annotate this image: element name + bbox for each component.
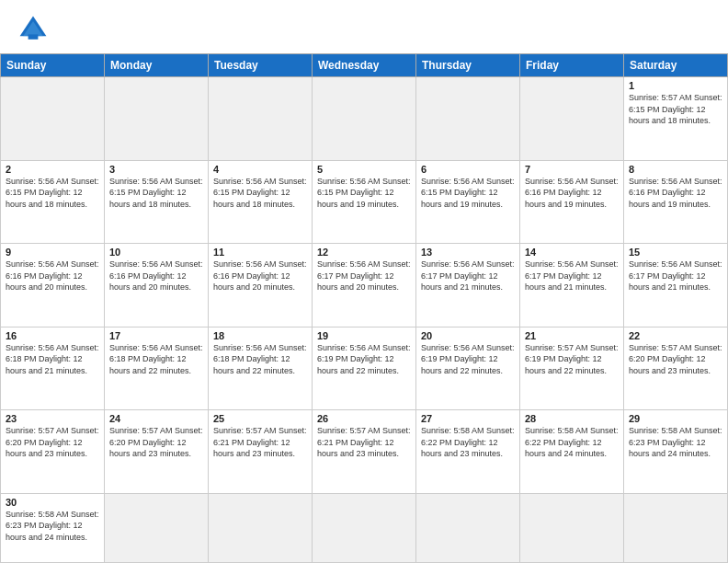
- day-info: Sunrise: 5:56 AM Sunset: 6:18 PM Dayligh…: [213, 342, 307, 377]
- day-cell: [105, 77, 209, 161]
- day-info: Sunrise: 5:57 AM Sunset: 6:15 PM Dayligh…: [629, 92, 722, 127]
- day-cell: 17Sunrise: 5:56 AM Sunset: 6:18 PM Dayli…: [105, 327, 209, 410]
- day-number: 30: [6, 497, 99, 508]
- header: [0, 0, 728, 53]
- weekday-sunday: Sunday: [1, 54, 105, 77]
- day-number: 4: [213, 164, 307, 175]
- day-info: Sunrise: 5:57 AM Sunset: 6:20 PM Dayligh…: [629, 342, 722, 377]
- day-cell: 29Sunrise: 5:58 AM Sunset: 6:23 PM Dayli…: [624, 410, 728, 494]
- day-number: 25: [213, 413, 307, 424]
- day-cell: 13Sunrise: 5:56 AM Sunset: 6:17 PM Dayli…: [416, 244, 520, 327]
- day-number: 13: [421, 247, 515, 258]
- day-cell: 24Sunrise: 5:57 AM Sunset: 6:20 PM Dayli…: [105, 410, 209, 494]
- week-row-1: 2Sunrise: 5:56 AM Sunset: 6:15 PM Daylig…: [1, 160, 728, 244]
- weekday-wednesday: Wednesday: [313, 54, 416, 77]
- day-number: 28: [525, 413, 619, 424]
- day-cell: 25Sunrise: 5:57 AM Sunset: 6:21 PM Dayli…: [209, 410, 313, 494]
- day-cell: 11Sunrise: 5:56 AM Sunset: 6:16 PM Dayli…: [209, 244, 313, 327]
- day-cell: 8Sunrise: 5:56 AM Sunset: 6:16 PM Daylig…: [624, 160, 728, 244]
- day-info: Sunrise: 5:57 AM Sunset: 6:21 PM Dayligh…: [213, 425, 307, 460]
- day-cell: 10Sunrise: 5:56 AM Sunset: 6:16 PM Dayli…: [105, 244, 209, 327]
- day-info: Sunrise: 5:58 AM Sunset: 6:23 PM Dayligh…: [6, 509, 99, 544]
- day-cell: 9Sunrise: 5:56 AM Sunset: 6:16 PM Daylig…: [1, 244, 105, 327]
- day-info: Sunrise: 5:56 AM Sunset: 6:16 PM Dayligh…: [6, 259, 99, 293]
- weekday-header-row: SundayMondayTuesdayWednesdayThursdayFrid…: [1, 54, 728, 77]
- day-number: 17: [109, 330, 203, 341]
- day-cell: 23Sunrise: 5:57 AM Sunset: 6:20 PM Dayli…: [1, 410, 105, 494]
- day-number: 9: [6, 247, 99, 258]
- day-cell: [416, 77, 520, 161]
- day-cell: [209, 493, 313, 563]
- day-number: 21: [525, 330, 619, 341]
- day-cell: [520, 77, 624, 161]
- day-cell: 2Sunrise: 5:56 AM Sunset: 6:15 PM Daylig…: [1, 160, 105, 244]
- day-cell: 3Sunrise: 5:56 AM Sunset: 6:15 PM Daylig…: [105, 160, 209, 244]
- day-info: Sunrise: 5:56 AM Sunset: 6:16 PM Dayligh…: [213, 259, 307, 293]
- day-number: 6: [421, 164, 515, 175]
- day-number: 23: [6, 413, 99, 424]
- day-cell: 6Sunrise: 5:56 AM Sunset: 6:15 PM Daylig…: [416, 160, 520, 244]
- weekday-monday: Monday: [105, 54, 209, 77]
- day-cell: 12Sunrise: 5:56 AM Sunset: 6:17 PM Dayli…: [313, 244, 416, 327]
- day-number: 10: [109, 247, 203, 258]
- day-number: 11: [213, 247, 307, 258]
- day-cell: 21Sunrise: 5:57 AM Sunset: 6:19 PM Dayli…: [520, 327, 624, 410]
- day-number: 22: [629, 330, 722, 341]
- week-row-4: 23Sunrise: 5:57 AM Sunset: 6:20 PM Dayli…: [1, 410, 728, 494]
- day-number: 5: [317, 164, 411, 175]
- day-cell: [313, 77, 416, 161]
- day-number: 12: [317, 247, 411, 258]
- day-info: Sunrise: 5:56 AM Sunset: 6:16 PM Dayligh…: [525, 176, 619, 211]
- day-number: 29: [629, 413, 722, 424]
- day-cell: 22Sunrise: 5:57 AM Sunset: 6:20 PM Dayli…: [624, 327, 728, 410]
- day-cell: 7Sunrise: 5:56 AM Sunset: 6:16 PM Daylig…: [520, 160, 624, 244]
- weekday-saturday: Saturday: [624, 54, 728, 77]
- day-number: 2: [6, 164, 99, 175]
- day-cell: [416, 493, 520, 563]
- day-info: Sunrise: 5:57 AM Sunset: 6:19 PM Dayligh…: [525, 342, 619, 377]
- day-cell: 30Sunrise: 5:58 AM Sunset: 6:23 PM Dayli…: [1, 493, 105, 563]
- day-number: 15: [629, 247, 722, 258]
- day-info: Sunrise: 5:56 AM Sunset: 6:17 PM Dayligh…: [421, 259, 515, 293]
- day-number: 18: [213, 330, 307, 341]
- day-info: Sunrise: 5:56 AM Sunset: 6:18 PM Dayligh…: [109, 342, 203, 377]
- day-info: Sunrise: 5:58 AM Sunset: 6:23 PM Dayligh…: [629, 425, 722, 460]
- day-info: Sunrise: 5:56 AM Sunset: 6:15 PM Dayligh…: [6, 176, 99, 211]
- week-row-5: 30Sunrise: 5:58 AM Sunset: 6:23 PM Dayli…: [1, 493, 728, 563]
- day-cell: 19Sunrise: 5:56 AM Sunset: 6:19 PM Dayli…: [313, 327, 416, 410]
- weekday-thursday: Thursday: [416, 54, 520, 77]
- day-info: Sunrise: 5:56 AM Sunset: 6:15 PM Dayligh…: [317, 176, 411, 211]
- day-cell: 5Sunrise: 5:56 AM Sunset: 6:15 PM Daylig…: [313, 160, 416, 244]
- day-info: Sunrise: 5:56 AM Sunset: 6:18 PM Dayligh…: [6, 342, 99, 377]
- day-number: 3: [109, 164, 203, 175]
- logo: [17, 13, 55, 46]
- weekday-friday: Friday: [520, 54, 624, 77]
- day-cell: [209, 77, 313, 161]
- day-number: 26: [317, 413, 411, 424]
- day-number: 19: [317, 330, 411, 341]
- day-cell: [313, 493, 416, 563]
- day-info: Sunrise: 5:56 AM Sunset: 6:19 PM Dayligh…: [317, 342, 411, 377]
- day-info: Sunrise: 5:56 AM Sunset: 6:16 PM Dayligh…: [629, 176, 722, 211]
- day-number: 14: [525, 247, 619, 258]
- day-cell: 27Sunrise: 5:58 AM Sunset: 6:22 PM Dayli…: [416, 410, 520, 494]
- day-info: Sunrise: 5:57 AM Sunset: 6:20 PM Dayligh…: [109, 425, 203, 460]
- day-info: Sunrise: 5:56 AM Sunset: 6:17 PM Dayligh…: [525, 259, 619, 293]
- week-row-3: 16Sunrise: 5:56 AM Sunset: 6:18 PM Dayli…: [1, 327, 728, 410]
- weekday-tuesday: Tuesday: [209, 54, 313, 77]
- day-info: Sunrise: 5:57 AM Sunset: 6:21 PM Dayligh…: [317, 425, 411, 460]
- svg-rect-2: [28, 34, 39, 39]
- day-info: Sunrise: 5:56 AM Sunset: 6:16 PM Dayligh…: [109, 259, 203, 293]
- day-number: 7: [525, 164, 619, 175]
- day-cell: [1, 77, 105, 161]
- day-number: 24: [109, 413, 203, 424]
- day-cell: 20Sunrise: 5:56 AM Sunset: 6:19 PM Dayli…: [416, 327, 520, 410]
- day-info: Sunrise: 5:56 AM Sunset: 6:19 PM Dayligh…: [421, 342, 515, 377]
- day-cell: 26Sunrise: 5:57 AM Sunset: 6:21 PM Dayli…: [313, 410, 416, 494]
- day-info: Sunrise: 5:58 AM Sunset: 6:22 PM Dayligh…: [421, 425, 515, 460]
- day-info: Sunrise: 5:57 AM Sunset: 6:20 PM Dayligh…: [6, 425, 99, 460]
- day-cell: 15Sunrise: 5:56 AM Sunset: 6:17 PM Dayli…: [624, 244, 728, 327]
- day-number: 27: [421, 413, 515, 424]
- day-cell: [520, 493, 624, 563]
- day-info: Sunrise: 5:58 AM Sunset: 6:22 PM Dayligh…: [525, 425, 619, 460]
